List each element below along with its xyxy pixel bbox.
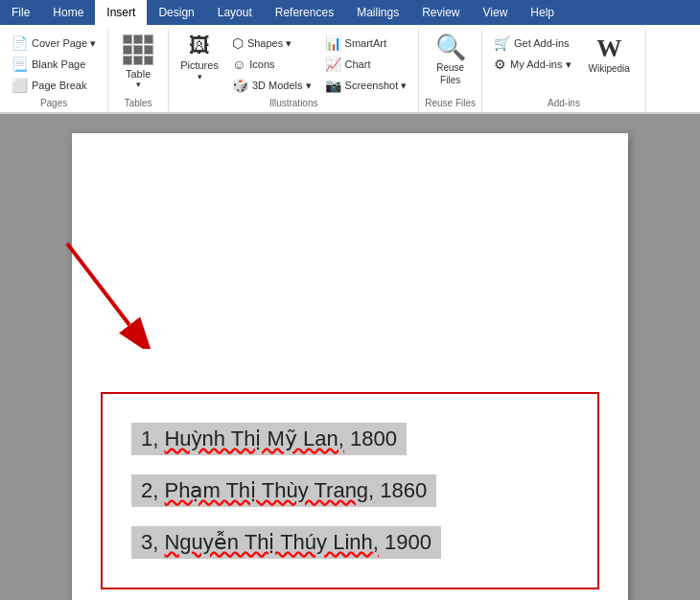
group-illustrations: 🖼 Pictures ▾ ⬡ Shapes ▾ ☺ Icons 🎲 — [169, 29, 419, 112]
group-pages: 📄 Cover Page ▾ 📃 Blank Page ⬜ Page Break… — [0, 29, 108, 112]
svg-line-1 — [67, 243, 129, 325]
tab-file[interactable]: File — [0, 0, 41, 25]
list-item: 1, Huỳnh Thị Mỹ Lan, 1800 — [131, 413, 569, 465]
document-page: 1, Huỳnh Thị Mỹ Lan, 1800 2, Phạm Thị Th… — [72, 133, 628, 600]
cover-page-button[interactable]: 📄 Cover Page ▾ — [6, 33, 102, 54]
ribbon-tab-bar: File Home Insert Design Layout Reference… — [0, 0, 700, 25]
tables-items: Table ▾ — [114, 29, 162, 96]
my-addins-button[interactable]: ⚙ My Add-ins ▾ — [488, 54, 576, 75]
table-label: Table — [126, 68, 151, 80]
pictures-button[interactable]: 🖼 Pictures ▾ — [175, 31, 224, 88]
wikipedia-button[interactable]: W Wikipedia — [579, 31, 640, 78]
get-addins-button[interactable]: 🛒 Get Add-ins — [488, 33, 576, 54]
doc-spacer — [101, 162, 599, 277]
tab-help[interactable]: Help — [519, 0, 566, 25]
tab-design[interactable]: Design — [147, 0, 205, 25]
entry-2-name: Phạm Thị Thùy Trang, — [164, 478, 374, 502]
shapes-button[interactable]: ⬡ Shapes ▾ — [226, 33, 317, 54]
blank-page-icon: 📃 — [12, 57, 28, 72]
reusefiles-items: 🔍 Reuse Files — [430, 29, 472, 96]
entry-3-name: Nguyễn Thị Thúy Linh, — [164, 530, 378, 554]
illustrations-small-col2: 📊 SmartArt 📈 Chart 📷 Screenshot ▾ — [319, 31, 413, 96]
tab-mailings[interactable]: Mailings — [345, 0, 410, 25]
reuse-files-button[interactable]: 🔍 Reuse Files — [430, 31, 472, 90]
3dmodels-icon: 🎲 — [232, 78, 248, 93]
list-item: 3, Nguyễn Thị Thúy Linh, 1900 — [131, 517, 569, 568]
icons-button[interactable]: ☺ Icons — [226, 54, 317, 75]
blank-page-button[interactable]: 📃 Blank Page — [6, 54, 102, 75]
reuse-files-icon: 🔍 — [435, 35, 466, 59]
selection-box: 1, Huỳnh Thị Mỹ Lan, 1800 2, Phạm Thị Th… — [101, 392, 599, 589]
group-reusefiles: 🔍 Reuse Files Reuse Files — [419, 29, 482, 112]
tab-review[interactable]: Review — [410, 0, 471, 25]
3d-models-button[interactable]: 🎲 3D Models ▾ — [226, 75, 317, 96]
pages-items: 📄 Cover Page ▾ 📃 Blank Page ⬜ Page Break — [6, 29, 102, 96]
pages-buttons: 📄 Cover Page ▾ 📃 Blank Page ⬜ Page Break — [6, 31, 102, 96]
icons-icon: ☺ — [232, 57, 245, 72]
reuse-files-label: Reuse Files — [436, 61, 464, 86]
page-break-button[interactable]: ⬜ Page Break — [6, 75, 102, 96]
my-addins-icon: ⚙ — [494, 57, 506, 72]
addins-group-label: Add-ins — [548, 96, 580, 112]
tab-layout[interactable]: Layout — [206, 0, 264, 25]
ribbon-content: 📄 Cover Page ▾ 📃 Blank Page ⬜ Page Break… — [0, 25, 700, 113]
entry-1-name: Huỳnh Thị Mỹ Lan, — [164, 427, 343, 450]
pictures-icon: 🖼 — [189, 35, 210, 57]
illustrations-items: 🖼 Pictures ▾ ⬡ Shapes ▾ ☺ Icons 🎲 — [175, 29, 412, 96]
cover-page-icon: 📄 — [12, 35, 28, 51]
get-addins-icon: 🛒 — [494, 35, 510, 51]
wikipedia-icon: W — [596, 35, 621, 63]
reusefiles-group-label: Reuse Files — [425, 96, 476, 112]
screenshot-icon: 📷 — [325, 78, 341, 93]
addins-small-col: 🛒 Get Add-ins ⚙ My Add-ins ▾ — [488, 31, 576, 75]
pages-group-label: Pages — [40, 96, 67, 112]
chart-icon: 📈 — [325, 57, 341, 72]
entry-1: 1, Huỳnh Thị Mỹ Lan, 1800 — [131, 423, 407, 455]
tab-home[interactable]: Home — [41, 0, 95, 25]
table-dropdown-arrow: ▾ — [136, 80, 141, 89]
illustrations-group-label: Illustrations — [269, 96, 318, 112]
list-item: 2, Phạm Thị Thùy Trang, 1860 — [131, 465, 569, 517]
illustrations-small-col: ⬡ Shapes ▾ ☺ Icons 🎲 3D Models ▾ — [226, 31, 317, 96]
tab-insert[interactable]: Insert — [95, 0, 147, 25]
group-tables: Table ▾ Tables — [108, 29, 169, 112]
tables-group-label: Tables — [125, 96, 152, 112]
ribbon: File Home Insert Design Layout Reference… — [0, 0, 700, 114]
page-break-icon: ⬜ — [12, 78, 28, 93]
shapes-icon: ⬡ — [232, 35, 244, 51]
smartart-icon: 📊 — [325, 35, 341, 51]
entry-2: 2, Phạm Thị Thùy Trang, 1860 — [131, 474, 436, 507]
smartart-button[interactable]: 📊 SmartArt — [319, 33, 413, 54]
screenshot-button[interactable]: 📷 Screenshot ▾ — [319, 75, 413, 96]
document-area: 1, Huỳnh Thị Mỹ Lan, 1800 2, Phạm Thị Th… — [0, 114, 700, 600]
group-addins: 🛒 Get Add-ins ⚙ My Add-ins ▾ W Wikipedia… — [482, 29, 646, 112]
tab-references[interactable]: References — [264, 0, 345, 25]
table-button[interactable]: Table ▾ — [114, 31, 162, 93]
chart-button[interactable]: 📈 Chart — [319, 54, 413, 75]
entry-3: 3, Nguyễn Thị Thúy Linh, 1900 — [131, 526, 441, 559]
tab-view[interactable]: View — [472, 0, 520, 25]
red-arrow — [48, 224, 173, 349]
table-icon — [123, 35, 153, 65]
addins-items: 🛒 Get Add-ins ⚙ My Add-ins ▾ W Wikipedia — [488, 29, 640, 96]
